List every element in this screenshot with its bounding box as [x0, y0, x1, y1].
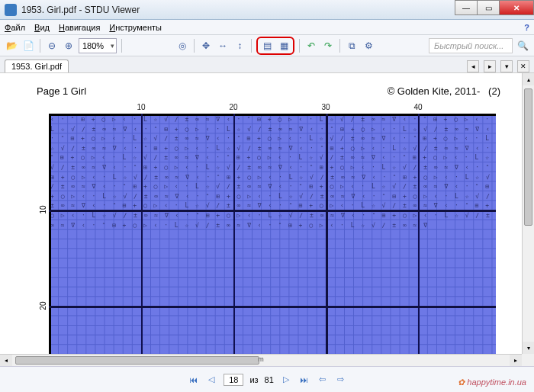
rotate-right-icon[interactable]: ↷	[321, 39, 335, 53]
fit-page-icon[interactable]: ▤	[260, 39, 274, 53]
move-icon[interactable]: ✥	[199, 39, 213, 53]
zoom-select[interactable]: 180%	[79, 38, 117, 53]
nav-fwd-icon[interactable]: ⇨	[335, 374, 347, 386]
scroll-up-icon[interactable]: ▴	[523, 73, 534, 85]
highlighted-toolbar-group: ▤ ▦	[256, 37, 294, 55]
close-button[interactable]: ✕	[499, 0, 534, 15]
titlebar: 1953. Girl.pdf - STDU Viewer — ▭ ✕	[0, 0, 534, 20]
expand-h-icon[interactable]: ↔	[216, 39, 230, 53]
watermark: happytime.in.ua	[458, 378, 526, 387]
menu-view[interactable]: Вид	[34, 23, 50, 32]
menu-navigation[interactable]: Навигация	[59, 23, 100, 32]
tab-arrow-right-icon[interactable]: ▸	[484, 60, 496, 72]
tab-arrow-left-icon[interactable]: ◂	[467, 60, 479, 72]
menu-file[interactable]: Файл	[5, 23, 25, 32]
row-numbers: 10 20	[34, 114, 47, 366]
help-icon[interactable]	[524, 23, 529, 32]
expand-v-icon[interactable]: ↕	[233, 39, 246, 53]
settings-icon[interactable]: ⚙	[362, 39, 375, 53]
window-title: 1953. Girl.pdf - STDU Viewer	[21, 5, 529, 15]
tab-document[interactable]: 1953. Girl.pdf	[5, 59, 69, 72]
page-number-input[interactable]: 18	[224, 374, 243, 386]
search-go-icon[interactable]: 🔍	[516, 39, 529, 53]
document-icon[interactable]: 📄	[21, 39, 35, 53]
maximize-button[interactable]: ▭	[477, 0, 500, 15]
zoom-in-icon[interactable]: ⊕	[62, 39, 76, 53]
rotate-left-icon[interactable]: ↶	[304, 39, 318, 53]
page-content: Page 1 Girl © Golden Kite, 2011- (2) 10 …	[6, 73, 519, 366]
statusbar: ⏮ ◁ 18 из 81 ▷ ⏭ ⇦ ⇨ happytime.in.ua	[0, 366, 534, 392]
open-icon[interactable]: 📂	[5, 39, 18, 53]
copy-icon[interactable]: ⧉	[345, 39, 359, 53]
nav-back-icon[interactable]: ⇦	[317, 374, 329, 386]
tab-dropdown-icon[interactable]: ▾	[500, 60, 513, 72]
menu-tools[interactable]: Инструменты	[109, 23, 162, 32]
hscroll-label: m	[258, 355, 264, 363]
horizontal-scrollbar[interactable]: ◂ m ▸	[0, 354, 522, 366]
nav-first-icon[interactable]: ⏮	[187, 374, 199, 386]
grid: ‹ · ˄ ⊞ + ◯ ▷ ‹ · L ☆ √ ∕ ± ∞ ≈ ∇ ‹ · ˄ …	[49, 114, 496, 366]
fit-width-icon[interactable]: ▦	[277, 39, 291, 53]
minimize-button[interactable]: —	[455, 0, 478, 15]
stitch-chart: 10 20 30 40 10 20 ‹ · ˄ ⊞ + ◯ ▷ ‹ · L ☆ …	[49, 103, 503, 366]
target-icon[interactable]: ◎	[175, 39, 189, 53]
quick-search-input[interactable]: Быстрый поиск...	[429, 38, 513, 53]
hscroll-thumb[interactable]	[15, 356, 259, 365]
scroll-left-icon[interactable]: ◂	[0, 355, 12, 366]
page-sep: из	[249, 375, 258, 384]
scroll-down-icon[interactable]: ▾	[523, 342, 534, 354]
page-copyright: © Golden Kite, 2011- (2)	[388, 85, 500, 97]
zoom-out-icon[interactable]: ⊖	[45, 39, 59, 53]
vertical-scrollbar[interactable]: ▴ ▾	[522, 73, 534, 354]
scroll-corner	[522, 354, 534, 366]
column-numbers: 10 20 30 40	[49, 103, 503, 114]
nav-next-icon[interactable]: ▷	[280, 374, 292, 386]
nav-prev-icon[interactable]: ◁	[205, 374, 217, 386]
document-viewport: Page 1 Girl © Golden Kite, 2011- (2) 10 …	[0, 73, 534, 366]
toolbar: 📂 📄 ⊖ ⊕ 180% ◎ ✥ ↔ ↕ ▤ ▦ ↶ ↷ ⧉ ⚙ Быстрый…	[0, 35, 534, 56]
page-title: Page 1 Girl	[37, 85, 86, 97]
vscroll-thumb[interactable]	[524, 88, 532, 226]
tab-close-icon[interactable]: ✕	[517, 60, 529, 72]
menubar: Файл Вид Навигация Инструменты	[0, 20, 534, 35]
app-icon	[5, 4, 17, 16]
stitch-symbols: ‹ · ˄ ⊞ + ◯ ▷ ‹ · L ☆ √ ∕ ± ∞ ≈ ∇ ‹ · ˄ …	[49, 114, 496, 366]
page-total: 81	[265, 375, 274, 384]
nav-last-icon[interactable]: ⏭	[298, 374, 310, 386]
scroll-right-icon[interactable]: ▸	[510, 355, 522, 366]
document-tabs: 1953. Girl.pdf ◂ ▸ ▾ ✕	[0, 56, 534, 73]
